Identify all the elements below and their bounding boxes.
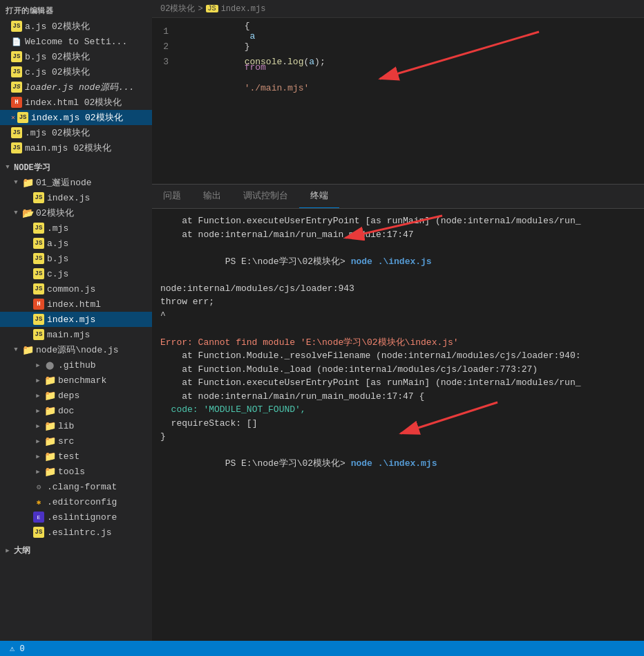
- file-label: index.mjs: [47, 315, 95, 325]
- config-icon: ⚙: [33, 481, 44, 492]
- js-italic-icon: JS: [11, 82, 22, 93]
- file-mainmjs[interactable]: JS main.mjs: [0, 327, 152, 342]
- sidebar-label: index.html 02模块化: [25, 96, 122, 109]
- breadcrumb-part3: index.mjs: [221, 4, 266, 14]
- file-indexmjs[interactable]: JS index.mjs: [0, 312, 152, 327]
- dir-label: lib: [58, 421, 74, 431]
- file-indexhtml[interactable]: H index.html: [0, 297, 152, 312]
- status-bar: ⚠ 0: [0, 641, 644, 656]
- dir-label: node源码\node.js: [36, 344, 119, 356]
- html-icon: H: [11, 97, 22, 108]
- dir-tools[interactable]: ▶ 📁 tools: [0, 464, 152, 479]
- file-label: index.js: [47, 193, 90, 203]
- tab-debug[interactable]: 调试控制台: [232, 184, 299, 208]
- file-commonjs[interactable]: JS common.js: [0, 281, 152, 297]
- config-icon: ✱: [33, 496, 44, 507]
- file-mjs[interactable]: JS .mjs: [0, 221, 152, 236]
- terminal-line: throw err;: [160, 295, 636, 309]
- dir-01[interactable]: ▼ 📁 01_邂逅node: [0, 175, 152, 190]
- chevron-icon: ▼: [11, 178, 21, 187]
- chevron-right: ▶: [33, 421, 43, 431]
- tab-problems[interactable]: 问题: [152, 184, 192, 208]
- file-clang[interactable]: ⚙ .clang-format: [0, 479, 152, 494]
- file-editorconfig[interactable]: ✱ .editorconfig: [0, 494, 152, 509]
- file-cjs[interactable]: JS c.js: [0, 266, 152, 281]
- status-errors[interactable]: ⚠ 0: [6, 644, 29, 654]
- js-icon: JS: [33, 329, 44, 340]
- term-command: node .\index.js: [351, 256, 432, 267]
- dir-label: .github: [58, 360, 96, 371]
- eslint-icon: E: [33, 512, 44, 523]
- sidebar-item-index-html[interactable]: H index.html 02模块化: [0, 95, 152, 110]
- terminal-content[interactable]: at Function.executeUserEntryPoint [as ru…: [152, 209, 644, 474]
- dir-label: doc: [58, 406, 74, 416]
- folder-icon: 📂: [22, 207, 34, 219]
- file-01-index[interactable]: JS index.js: [0, 190, 152, 205]
- sidebar-item-main-mjs[interactable]: JS main.mjs 02模块化: [0, 140, 152, 156]
- folder-icon: 📁: [44, 466, 56, 478]
- sidebar-label: .mjs 02模块化: [25, 126, 90, 139]
- dir-src[interactable]: ▶ 📁 src: [0, 433, 152, 449]
- js-icon: JS: [33, 192, 44, 203]
- file-label: main.mjs: [47, 330, 90, 340]
- terminal-line: PS E:\node学习\02模块化> node .\index.js: [160, 241, 636, 282]
- dir-benchmark[interactable]: ▶ 📁 benchmark: [0, 373, 152, 388]
- tab-terminal[interactable]: 终端: [299, 184, 339, 208]
- open-editors-header: 打开的编辑器: [0, 3, 152, 19]
- breadcrumb-part2: JS: [206, 5, 218, 12]
- chevron-right: ▶: [33, 391, 43, 400]
- dir-github[interactable]: ▶ ⬤ .github: [0, 357, 152, 373]
- folder-icon: 📁: [44, 375, 56, 386]
- panel-tabs: 问题 输出 调试控制台 终端: [152, 185, 644, 209]
- sidebar-item-a-js[interactable]: JS a.js 02模块化: [0, 19, 152, 34]
- dir-label: 02模块化: [36, 207, 74, 219]
- sidebar-item-index-mjs[interactable]: ✕ JS index.mjs 02模块化: [0, 110, 152, 125]
- sidebar-item-c-js[interactable]: JS c.js 02模块化: [0, 64, 152, 79]
- file-eslintrc[interactable]: JS .eslintrc.js: [0, 525, 152, 540]
- breadcrumb: 02模块化 > JS index.mjs: [152, 0, 644, 18]
- string-literal: './main.mjs': [245, 83, 310, 93]
- explorer-root[interactable]: ▼ NODE学习: [0, 160, 152, 175]
- js-icon: JS: [11, 66, 22, 77]
- chevron-icon: ▶: [3, 545, 12, 555]
- outline-section[interactable]: ▶ 大纲: [0, 543, 152, 558]
- js-icon: JS: [33, 268, 44, 279]
- terminal-line: at node:internal/main/run_main_module:17…: [160, 228, 636, 242]
- sidebar-item-loader[interactable]: JS loader.js node源码...: [0, 79, 152, 95]
- chevron-right: ▶: [33, 451, 43, 461]
- js-icon: JS: [33, 223, 44, 234]
- dir-label: 01_邂逅node: [36, 176, 92, 189]
- file-label: .clang-format: [47, 482, 117, 492]
- sidebar-item-welcome[interactable]: 📄 Welcome to Setti...: [0, 34, 152, 49]
- file-eslintignore[interactable]: E .eslintignore: [0, 509, 152, 525]
- close-icon[interactable]: ✕: [11, 113, 15, 122]
- sidebar-item-b-js[interactable]: JS b.js 02模块化: [0, 49, 152, 64]
- chevron-right: ▶: [33, 406, 43, 415]
- line-number: 2: [152, 41, 180, 52]
- dir-nodesrc[interactable]: ▼ 📁 node源码\node.js: [0, 342, 152, 357]
- js-icon: JS: [11, 142, 22, 153]
- terminal-line: code: 'MODULE_NOT_FOUND',: [160, 403, 636, 417]
- folder-icon: 📁: [22, 177, 34, 189]
- dir-doc[interactable]: ▶ 📁 doc: [0, 403, 152, 418]
- term-prompt-text: PS E:\node学习\02模块化>: [225, 458, 351, 469]
- terminal-line: ^: [160, 309, 636, 323]
- dir-deps[interactable]: ▶ 📁 deps: [0, 388, 152, 403]
- sidebar-item-mjs[interactable]: JS .mjs 02模块化: [0, 125, 152, 140]
- file-label: c.js: [47, 269, 68, 279]
- dot-icon: ⬤: [44, 359, 55, 371]
- file-label: .eslintrc.js: [47, 527, 112, 538]
- dir-test[interactable]: ▶ 📁 test: [0, 449, 152, 464]
- sidebar-label: index.mjs 02模块化: [31, 111, 123, 124]
- code-editor[interactable]: 1 2 import { a } from './main.mjs': [152, 18, 644, 184]
- terminal-line: at Function.executeUserEntryPoint [as ru…: [160, 376, 636, 390]
- js-icon: JS: [11, 51, 22, 62]
- dir-lib[interactable]: ▶ 📁 lib: [0, 418, 152, 433]
- chevron-right: ▶: [33, 436, 43, 446]
- terminal-line: requireStack: []: [160, 417, 636, 431]
- tab-output[interactable]: 输出: [192, 184, 232, 208]
- dir-02[interactable]: ▼ 📂 02模块化: [0, 205, 152, 221]
- file-ajs[interactable]: JS a.js: [0, 236, 152, 251]
- terminal-error-line: Error: Cannot find module 'E:\node学习\02模…: [160, 336, 636, 350]
- file-bjs[interactable]: JS b.js: [0, 251, 152, 266]
